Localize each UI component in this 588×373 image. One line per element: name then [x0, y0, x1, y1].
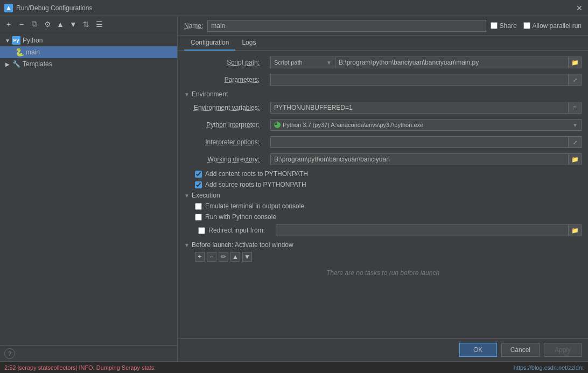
python-group-icon: Py — [12, 36, 20, 45]
interpreter-options-label: Interpreter options: — [179, 138, 265, 146]
apply-button[interactable]: Apply — [544, 343, 582, 357]
move-down-button[interactable]: ▼ — [68, 19, 79, 30]
script-path-row: Script path: Script path ▼ 📁 — [184, 56, 582, 69]
script-path-type-select[interactable]: Script path ▼ — [270, 57, 335, 68]
tabs-bar: Configuration Logs — [178, 36, 588, 51]
before-launch-edit-button[interactable]: ✏ — [219, 252, 228, 262]
move-up-button[interactable]: ▲ — [55, 19, 66, 30]
add-config-button[interactable]: + — [3, 19, 14, 30]
allow-parallel-checkbox-label[interactable]: Allow parallel run — [523, 22, 582, 30]
script-path-browse-button[interactable]: 📁 — [569, 57, 582, 68]
add-source-roots-label[interactable]: Add source roots to PYTHONPATH — [195, 181, 306, 188]
add-source-roots-row: Add source roots to PYTHONPATH — [184, 181, 582, 188]
env-variables-input[interactable] — [270, 102, 569, 114]
add-content-roots-checkbox[interactable] — [195, 171, 202, 178]
add-content-roots-label[interactable]: Add content roots to PYTHONPATH — [195, 170, 308, 178]
run-with-python-console-checkbox[interactable] — [195, 214, 202, 221]
sidebar: + − ⧉ ⚙ ▲ ▼ ⇅ ☰ ▼ Py Python 🐍 main ▶ — [0, 16, 178, 361]
cancel-button[interactable]: Cancel — [501, 343, 540, 357]
redirect-input-label-group: Redirect input from: — [184, 227, 270, 234]
parameters-expand-button[interactable]: ⤢ — [569, 74, 582, 86]
add-source-roots-checkbox[interactable] — [195, 181, 202, 188]
execution-section-label: Execution — [192, 192, 220, 199]
script-path-label-group: Script path: — [184, 59, 270, 66]
remove-config-button[interactable]: − — [16, 19, 27, 30]
emulate-terminal-checkbox[interactable] — [195, 203, 202, 210]
parameters-input-group: ⤢ — [270, 74, 582, 86]
interpreter-options-label-group: Interpreter options: — [184, 138, 270, 146]
share-checkbox-label[interactable]: Share — [491, 22, 517, 30]
sidebar-group-python[interactable]: ▼ Py Python — [0, 34, 177, 46]
env-variables-label: Environment variables: — [179, 104, 265, 111]
environment-section-label: Environment — [192, 90, 228, 98]
sort-button[interactable]: ⇅ — [81, 19, 92, 30]
ok-button[interactable]: OK — [459, 343, 497, 357]
before-launch-add-button[interactable]: + — [195, 252, 205, 262]
script-path-input[interactable] — [335, 57, 569, 68]
working-directory-label-group: Working directory: — [184, 156, 270, 163]
parameters-row: Parameters: ⤢ — [184, 73, 582, 86]
execution-section-header[interactable]: ▼ Execution — [184, 192, 582, 199]
allow-parallel-checkbox[interactable] — [523, 22, 530, 29]
redirect-input-input-group: 📁 — [276, 224, 582, 236]
redirect-input-checkbox[interactable] — [198, 227, 205, 234]
close-button[interactable]: ✕ — [575, 4, 584, 12]
before-launch-up-button[interactable]: ▲ — [230, 252, 240, 262]
sidebar-item-main[interactable]: 🐍 main — [0, 46, 177, 58]
before-launch-label: Before launch: Activate tool window — [192, 241, 293, 249]
script-path-type-value: Script path — [274, 59, 303, 66]
parameters-input[interactable] — [270, 74, 569, 86]
redirect-input-row: Redirect input from: 📁 — [184, 224, 582, 237]
before-launch-header[interactable]: ▼ Before launch: Activate tool window — [184, 241, 582, 249]
python-group-arrow: ▼ — [4, 37, 11, 44]
script-path-label: Script path: — [179, 59, 265, 66]
script-path-input-group: 📁 — [335, 57, 582, 68]
allow-parallel-label: Allow parallel run — [533, 22, 582, 30]
execution-section-arrow: ▼ — [184, 193, 190, 199]
python-interpreter-label-group: Python interpreter: — [184, 121, 270, 129]
redirect-input-browse-button[interactable]: 📁 — [569, 224, 582, 236]
interpreter-options-expand-button[interactable]: ⤢ — [569, 136, 582, 148]
redirect-input-input[interactable] — [276, 224, 569, 236]
parameters-label-group: Parameters: — [184, 76, 270, 83]
app-icon — [4, 4, 13, 12]
main-item-label: main — [26, 48, 40, 56]
name-bar: Name: Share Allow parallel run — [178, 16, 588, 36]
env-variables-edit-button[interactable]: ≡ — [569, 102, 582, 114]
config-content: Script path: Script path ▼ 📁 Parameters: — [178, 51, 588, 338]
working-directory-input[interactable] — [270, 153, 569, 165]
before-launch-remove-button[interactable]: − — [207, 252, 216, 262]
python-interpreter-label: Python interpreter: — [179, 121, 265, 129]
env-variables-input-group: ≡ — [270, 102, 582, 114]
before-launch-arrow: ▼ — [184, 242, 190, 248]
emulate-terminal-label[interactable]: Emulate terminal in output console — [195, 202, 304, 210]
templates-group-arrow: ▶ — [4, 61, 11, 67]
bottom-buttons: OK Cancel Apply — [178, 338, 588, 361]
tab-configuration[interactable]: Configuration — [184, 36, 235, 51]
settings-config-button[interactable]: ⚙ — [42, 19, 53, 30]
python-interpreter-input-group: Python 3.7 (py37) A:\anaconda\envs\py37\… — [270, 119, 582, 131]
before-launch-toolbar: + − ✏ ▲ ▼ — [184, 252, 582, 262]
python-interpreter-select[interactable]: Python 3.7 (py37) A:\anaconda\envs\py37\… — [270, 119, 582, 131]
copy-config-button[interactable]: ⧉ — [29, 19, 40, 30]
status-bar-url: https://blog.csdn.net/zzldm — [514, 364, 584, 371]
working-directory-browse-button[interactable]: 📁 — [569, 153, 582, 165]
run-with-python-console-label[interactable]: Run with Python console — [195, 213, 276, 221]
environment-section-header[interactable]: ▼ Environment — [184, 90, 582, 98]
before-launch-down-button[interactable]: ▼ — [242, 252, 252, 262]
redirect-input-label: Redirect input from: — [208, 227, 265, 234]
right-panel: Name: Share Allow parallel run Configura… — [178, 16, 588, 361]
name-checkboxes: Share Allow parallel run — [491, 22, 582, 30]
sidebar-group-templates[interactable]: ▶ 🔧 Templates — [0, 58, 177, 70]
redirect-input-checkbox-label[interactable]: Redirect input from: — [198, 227, 265, 234]
filter-button[interactable]: ☰ — [94, 19, 104, 30]
name-input[interactable] — [207, 20, 486, 32]
share-checkbox[interactable] — [491, 22, 498, 29]
interpreter-dropdown-arrow: ▼ — [572, 122, 578, 128]
before-launch-section: ▼ Before launch: Activate tool window + … — [184, 241, 582, 282]
parameters-label: Parameters: — [179, 76, 265, 83]
help-button[interactable]: ? — [4, 348, 15, 359]
interpreter-options-input[interactable] — [270, 136, 569, 148]
tab-logs[interactable]: Logs — [235, 36, 262, 51]
add-content-roots-text: Add content roots to PYTHONPATH — [205, 170, 308, 178]
